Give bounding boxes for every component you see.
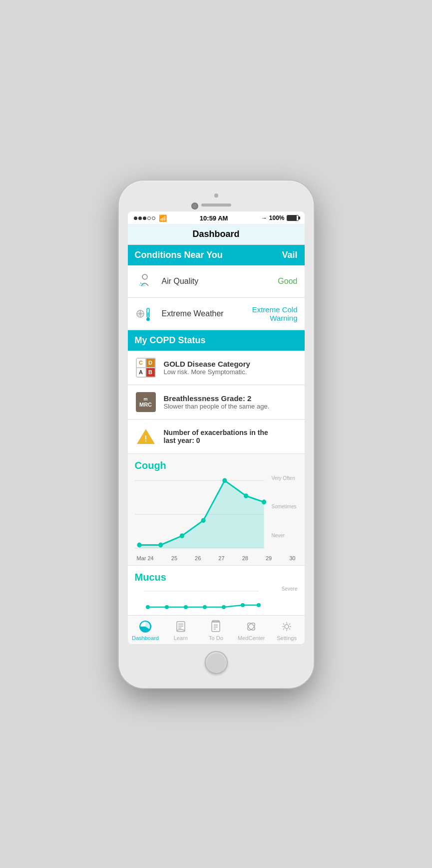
nav-header: Dashboard <box>128 224 305 245</box>
wifi-icon: 📶 <box>159 215 167 222</box>
mucus-y-label: Severe <box>282 586 298 592</box>
gold-icon: C D A B <box>135 357 157 379</box>
phone-notch <box>128 190 305 212</box>
mucus-title: Mucus <box>135 572 298 583</box>
svg-point-18 <box>201 518 205 523</box>
cough-x-axis: Mar 24 25 26 27 28 29 30 <box>135 554 298 561</box>
gold-row[interactable]: C D A B GOLD Disease Category Low risk. … <box>128 351 305 385</box>
svg-point-27 <box>222 605 226 609</box>
location-icon: → <box>261 215 267 221</box>
extreme-weather-label: Extreme Weather <box>162 309 252 318</box>
battery-icon <box>287 215 299 221</box>
battery-percent: 100% <box>269 215 285 221</box>
svg-point-21 <box>262 499 266 504</box>
speaker-bar <box>201 204 231 207</box>
settings-icon <box>280 620 294 634</box>
extreme-weather-value: Extreme ColdWarning <box>252 305 298 322</box>
conditions-title: Conditions Near You <box>135 250 223 260</box>
copd-title: My COPD Status <box>135 335 206 346</box>
svg-point-17 <box>179 533 184 538</box>
copd-section-header: My COPD Status <box>128 330 305 351</box>
tab-dashboard-label: Dashboard <box>132 635 159 641</box>
camera <box>191 203 198 210</box>
y-label-never: Never <box>271 533 296 538</box>
svg-point-0 <box>142 274 147 279</box>
gold-text: GOLD Disease Category Low risk. More Sym… <box>164 360 250 376</box>
page-title: Dashboard <box>192 229 239 239</box>
tab-learn-label: Learn <box>174 635 188 641</box>
svg-point-20 <box>244 493 248 498</box>
home-button[interactable] <box>205 651 228 674</box>
tab-medcenter-label: MedCenter <box>238 635 265 641</box>
svg-point-24 <box>165 605 169 609</box>
air-quality-label: Air Quality <box>162 277 278 286</box>
learn-icon <box>174 620 188 634</box>
cough-chart-container: Very Often Sometimes Never <box>135 474 298 554</box>
svg-point-42 <box>285 625 289 629</box>
status-right: → 100% <box>261 215 299 221</box>
svg-point-28 <box>241 603 245 607</box>
svg-point-41 <box>246 622 256 632</box>
exacerbations-row[interactable]: ! Number of exacerbations in thelast yea… <box>128 420 305 454</box>
y-label-very-often: Very Often <box>271 475 296 481</box>
medcenter-icon <box>244 620 258 634</box>
todo-icon <box>209 620 223 634</box>
air-quality-icon <box>135 271 155 291</box>
status-left: 📶 <box>134 215 167 222</box>
extreme-weather-row[interactable]: Extreme Weather Extreme ColdWarning <box>128 298 305 330</box>
tab-todo-label: To Do <box>209 635 223 641</box>
conditions-section-header: Conditions Near You Vail <box>128 245 305 265</box>
tab-bar: Dashboard Learn <box>128 615 305 644</box>
svg-point-19 <box>222 478 227 483</box>
extreme-weather-icon <box>135 304 155 324</box>
warning-icon: ! <box>135 426 157 447</box>
status-bar: 📶 10:59 AM → 100% <box>128 212 305 224</box>
air-quality-value: Good <box>278 277 297 286</box>
svg-point-15 <box>137 542 141 547</box>
mucus-chart-svg <box>135 586 298 611</box>
mucus-chart-container: Severe <box>135 586 298 611</box>
cough-chart-section: Cough Very Often Sometimes Never <box>128 454 305 566</box>
svg-point-23 <box>146 605 150 609</box>
dashboard-icon <box>138 620 152 634</box>
svg-point-26 <box>203 605 207 609</box>
phone-frame: 📶 10:59 AM → 100% Dashboard Conditions N… <box>119 181 314 688</box>
svg-point-29 <box>257 603 261 607</box>
tab-settings-label: Settings <box>277 635 297 641</box>
tab-dashboard[interactable]: Dashboard <box>128 620 163 641</box>
phone-screen: 📶 10:59 AM → 100% Dashboard Conditions N… <box>128 212 305 644</box>
cough-chart-title: Cough <box>135 460 298 471</box>
tab-settings[interactable]: Settings <box>269 620 305 641</box>
exacerbations-text: Number of exacerbations in thelast year:… <box>164 429 268 444</box>
y-label-sometimes: Sometimes <box>271 504 296 509</box>
air-quality-row[interactable]: Air Quality Good <box>128 265 305 298</box>
svg-text:!: ! <box>144 434 147 443</box>
mmrc-row[interactable]: m MRC Breathlessness Grade: 2 Slower tha… <box>128 385 305 420</box>
svg-rect-36 <box>212 622 220 632</box>
svg-rect-7 <box>147 312 148 316</box>
conditions-location: Vail <box>282 250 297 260</box>
tab-learn[interactable]: Learn <box>163 620 198 641</box>
mmrc-icon: m MRC <box>135 391 157 413</box>
mmrc-text: Breathlessness Grade: 2 Slower than peop… <box>164 394 270 410</box>
tab-medcenter[interactable]: MedCenter <box>234 620 269 641</box>
svg-point-16 <box>158 542 163 547</box>
status-time: 10:59 AM <box>200 215 228 222</box>
signal-icon <box>134 217 155 220</box>
svg-point-25 <box>184 605 188 609</box>
tab-todo[interactable]: To Do <box>198 620 234 641</box>
mucus-section: Mucus Severe <box>128 566 305 615</box>
speaker-dot <box>214 194 218 198</box>
phone-bottom <box>128 644 305 679</box>
svg-point-8 <box>146 317 150 321</box>
